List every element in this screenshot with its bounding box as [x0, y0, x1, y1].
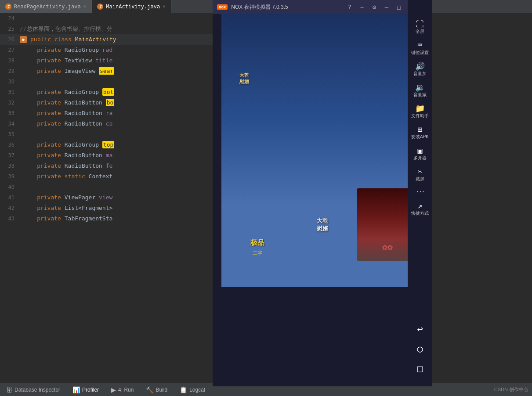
fullscreen-label: 全屏: [416, 29, 424, 34]
tab-close-main[interactable]: ×: [163, 4, 166, 9]
code-line-25: 25 //总体界面，包含书架、排行榜、分: [0, 24, 213, 34]
profiler-tab[interactable]: 📊 Profiler: [70, 385, 101, 395]
phone-screen: ▲ ▲ ▬ 5:15 ← 大乾慰婿 大乾慰婿: [221, 14, 423, 287]
logcat-tab[interactable]: 📋 Logcat: [177, 385, 208, 395]
file-icon: 📁: [415, 104, 425, 112]
keyboard-icon: ⌨: [418, 41, 423, 49]
file-assistant-button[interactable]: 📁 文件助手: [409, 102, 431, 121]
multi-open-button[interactable]: ▣ 多开器: [409, 144, 431, 163]
similar-book-2[interactable]: 大乾慰婿: [292, 188, 353, 261]
tab-mainactivity[interactable]: C MainActivity.java ×: [92, 0, 171, 13]
database-inspector-tab[interactable]: 🗄 Database Inspector: [4, 385, 63, 395]
code-line-33: 33 private RadioButton ra: [0, 108, 213, 119]
emulator-titlebar: nox NOX 夜神模拟器 7.0.3.5 ? − ⚙ — □ × ⟩⟩: [213, 0, 432, 14]
cover-1-text: 极品: [250, 238, 264, 248]
code-line-27: 27 private RadioGroup rad: [0, 45, 213, 55]
tab-readpageactivity[interactable]: C ReadPageActivity.java ×: [0, 0, 92, 13]
run-tab[interactable]: ▶ 4: Run: [109, 385, 136, 395]
highlight-sear: sear: [99, 67, 114, 75]
code-line-40: 40: [0, 182, 213, 192]
code-area: 24 25 //总体界面，包含书架、排行榜、分 26 ● public clas…: [0, 13, 213, 383]
install-icon: ⊞: [418, 126, 423, 133]
volume-up-label: 音量加: [413, 71, 427, 76]
screenshot-label: 截屏: [416, 176, 424, 182]
screenshot-button[interactable]: ✂ 截屏: [409, 165, 431, 184]
code-line-38: 38 private RadioButton fe: [0, 161, 213, 171]
highlight-top: top: [102, 141, 114, 148]
volume-down-label: 音量减: [413, 92, 427, 97]
breakpoint-icon: ●: [20, 36, 27, 43]
multi-icon: ▣: [418, 147, 423, 155]
install-apk-button[interactable]: ⊞ 安装APK: [409, 123, 431, 142]
cover-1-subtext: 二字: [253, 250, 262, 256]
cover-2-text: 大乾慰婿: [317, 217, 328, 233]
code-line-39: 39 private static Context: [0, 171, 213, 182]
highlight-bo: bo: [106, 99, 115, 106]
code-line-37: 37 private RadioButton ma: [0, 150, 213, 161]
code-line-36: 36 private RadioGroup top: [0, 140, 213, 150]
build-icon: 🔨: [146, 386, 153, 393]
multi-label: 多开器: [413, 155, 427, 161]
build-tab-label: Build: [156, 387, 167, 393]
tab-label-main: MainActivity.java: [106, 4, 160, 10]
help-button[interactable]: ?: [345, 3, 354, 11]
code-line-41: 41 private ViewPager view: [0, 192, 213, 203]
database-tab-label: Database Inspector: [14, 387, 60, 393]
run-tab-label: 4: Run: [118, 387, 134, 393]
code-line-32: 32 private RadioButton bo: [0, 97, 213, 108]
logcat-icon: 📋: [180, 386, 187, 393]
window-minimize-button[interactable]: —: [382, 3, 391, 11]
minimize-button[interactable]: −: [358, 3, 366, 11]
code-line-35: 35: [0, 129, 213, 140]
keyboard-settings-button[interactable]: ⌨ 键位设置: [409, 39, 431, 58]
more-icon: ···: [416, 189, 424, 195]
fullscreen-button[interactable]: ⛶ 全屏: [409, 18, 431, 37]
emulator-sidebar: ⛶ 全屏 ⌨ 键位设置 🔊 音量加 🔉 音量减 📁 文件助手 ⊞ 安装APK: [408, 0, 432, 386]
keyboard-label: 键位设置: [411, 50, 429, 55]
home-nav-button[interactable]: ○: [413, 340, 426, 358]
profiler-tab-label: Profiler: [82, 387, 99, 393]
emulator-logo: nox: [217, 4, 228, 10]
shortcut-label: 快捷方式: [411, 211, 429, 216]
profiler-icon: 📊: [72, 386, 80, 393]
file-label: 文件助手: [411, 113, 429, 119]
book-cover-title: 大乾慰婿: [239, 72, 249, 86]
recents-nav-button[interactable]: □: [413, 360, 426, 378]
settings-button[interactable]: ⚙: [370, 3, 379, 11]
database-icon: 🗄: [6, 386, 12, 393]
tab-label-read: ReadPageActivity.java: [14, 4, 81, 10]
logcat-tab-label: Logcat: [189, 387, 205, 393]
code-line-26: 26 ● public class MainActivity: [0, 34, 213, 45]
emulator-nav-buttons: ↩ ○ □: [413, 320, 426, 386]
build-tab[interactable]: 🔨 Build: [143, 385, 170, 395]
code-line-24: 24: [0, 13, 213, 24]
fullscreen-icon: ⛶: [416, 20, 424, 28]
code-line-42: 42 private List<Fragment>: [0, 203, 213, 213]
code-line-28: 28 private TextView title: [0, 55, 213, 66]
install-label: 安装APK: [411, 134, 429, 140]
volume-up-icon: 🔊: [415, 62, 425, 70]
ide-container: C ReadPageActivity.java × C MainActivity…: [0, 0, 532, 396]
volume-up-button[interactable]: 🔊 音量加: [409, 60, 431, 79]
code-line-43: 43 private TabFragmentSta: [0, 213, 213, 224]
code-line-30: 30: [0, 76, 213, 87]
emulator-title: NOX 夜神模拟器 7.0.3.5: [231, 4, 342, 11]
bottom-right-area: CSDN 创作中心: [494, 386, 528, 393]
csdn-label: CSDN 创作中心: [494, 386, 528, 393]
code-line-29: 29 private ImageView sear: [0, 66, 213, 76]
run-icon: ▶: [111, 386, 116, 393]
more-button[interactable]: ···: [409, 186, 431, 198]
screenshot-icon: ✂: [418, 168, 423, 176]
window-maximize-button[interactable]: □: [394, 3, 403, 11]
back-nav-button[interactable]: ↩: [413, 320, 426, 338]
tab-icon-main: C: [97, 4, 103, 10]
highlight-bot: bot: [102, 88, 114, 96]
tab-icon-read: C: [5, 4, 11, 10]
volume-down-button[interactable]: 🔉 音量减: [409, 81, 431, 100]
emulator-window: nox NOX 夜神模拟器 7.0.3.5 ? − ⚙ — □ × ⟩⟩ ▲ ▲…: [213, 0, 432, 386]
tab-close-read[interactable]: ×: [83, 4, 87, 9]
similar-section: 同类推荐 更多 极品 二字 大乾慰婿: [221, 171, 423, 265]
code-line-31: 31 private RadioGroup bot: [0, 87, 213, 97]
shortcut-button[interactable]: ↗ 快捷方式: [409, 199, 431, 219]
code-line-34: 34 private RadioButton ca: [0, 119, 213, 129]
